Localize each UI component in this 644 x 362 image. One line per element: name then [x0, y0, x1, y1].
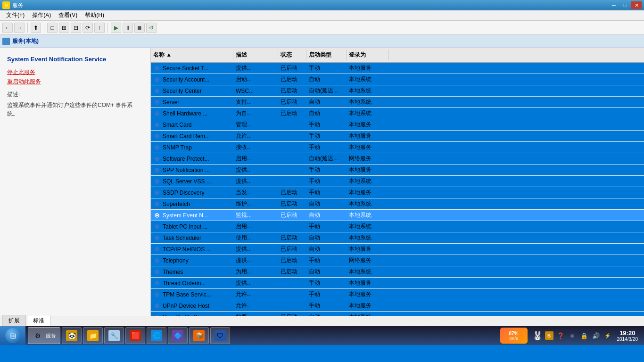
tray-icon-help[interactable]: ❓ — [556, 331, 565, 340]
minimize-button[interactable]: ─ — [609, 1, 619, 9]
table-row[interactable]: Security Account...启动...已启动自动本地系统 — [151, 74, 644, 85]
table-row[interactable]: SQL Server VSS ...提供...手动本地系统 — [151, 176, 644, 187]
table-row[interactable]: Shell Hardware ...为自...已启动自动本地系统 — [151, 108, 644, 119]
toolbar-show-hide[interactable]: □ — [47, 23, 58, 33]
table-row[interactable]: Task Scheduler使用...已启动自动本地系统 — [151, 232, 644, 244]
tray-icon-menu[interactable]: ≡ — [568, 331, 577, 340]
toolbar-shrink[interactable]: ⊟ — [71, 23, 81, 33]
service-row-icon — [153, 189, 161, 197]
tray-network[interactable]: 🔒 — [579, 331, 589, 340]
service-startup: 自动 — [306, 74, 347, 84]
taskbar-services[interactable]: ⚙ 服务 — [28, 327, 60, 344]
toolbar-stop[interactable]: ⏹ — [134, 23, 145, 33]
table-row[interactable]: System Event N...监视...已启动自动本地系统 — [151, 210, 644, 221]
table-row[interactable]: SNMP Trap接收...手动本地服务 — [151, 142, 644, 153]
corner-widget[interactable]: 87% 0K/s — [500, 328, 528, 344]
header-startup[interactable]: 启动类型 — [306, 49, 347, 60]
menu-file[interactable]: 文件(F) — [2, 10, 28, 20]
table-row[interactable]: TCP/IP NetBIOS ...提供...已启动自动本地服务 — [151, 244, 644, 255]
taskbar-item-blue[interactable]: 🔷 — [168, 327, 188, 344]
header-desc[interactable]: 描述 — [233, 49, 278, 60]
taskbar-item-shield[interactable]: 🛡 — [210, 327, 230, 344]
tab-standard[interactable]: 标准 — [27, 315, 50, 326]
taskbar-item-tools[interactable]: 🔧 — [104, 327, 124, 344]
taskbar-item-panda[interactable]: 🐼 — [62, 327, 82, 344]
toolbar-up[interactable]: ⬆ — [31, 23, 41, 33]
service-startup: 手动 — [306, 289, 347, 299]
toolbar-pause[interactable]: ⏸ — [123, 23, 133, 33]
header-status[interactable]: 状态 — [278, 49, 306, 60]
tab-expand[interactable]: 扩展 — [2, 315, 26, 326]
restart-service-link[interactable]: 重启动此服务 — [7, 78, 143, 86]
taskbar-item-box[interactable]: 📦 — [189, 327, 209, 344]
taskbar-item-folder[interactable]: 📁 — [83, 327, 103, 344]
service-row-icon — [153, 257, 161, 264]
service-name-text: SPP Notification ... — [163, 167, 210, 173]
menu-action[interactable]: 操作(A) — [28, 10, 55, 20]
table-row[interactable]: Thread Orderin...提供...手动本地服务 — [151, 278, 644, 289]
table-row[interactable]: Themes为用...已启动自动本地系统 — [151, 266, 644, 278]
menu-help[interactable]: 帮助(H) — [81, 10, 108, 20]
table-header: 名称 ▲ 描述 状态 启动类型 登录为 — [151, 48, 644, 63]
nav-icon — [2, 38, 10, 45]
header-name[interactable]: 名称 ▲ — [151, 49, 233, 60]
taskbar-item-red[interactable]: 🟥 — [125, 327, 145, 344]
start-button[interactable]: ⊞ — [0, 326, 25, 345]
toolbar-sep-2 — [44, 23, 44, 33]
tray-battery[interactable]: ⚡ — [603, 331, 612, 340]
table-row[interactable]: Telephony提供...已启动手动网络服务 — [151, 255, 644, 266]
taskbar-item-ie[interactable]: 🌐 — [147, 327, 166, 344]
service-login: 本地服务 — [347, 188, 389, 197]
svg-point-41 — [156, 294, 158, 296]
service-table-container[interactable]: Secure Socket T...提供...已启动手动本地服务Security… — [151, 63, 644, 316]
service-status: 已启动 — [278, 233, 306, 243]
table-row[interactable]: Software Protect...启用...自动(延迟...网络服务 — [151, 153, 644, 165]
toolbar-forward[interactable]: → — [14, 23, 25, 33]
service-login: 本地服务 — [347, 131, 389, 141]
toolbar-refresh[interactable]: ⟳ — [83, 23, 93, 33]
service-status: 已启动 — [278, 188, 306, 197]
service-desc: 为用... — [233, 267, 278, 277]
tray-volume[interactable]: 🔊 — [591, 331, 601, 340]
table-row[interactable]: Server支持...已启动自动本地系统 — [151, 97, 644, 108]
service-name-text: User Profile Serv... — [163, 314, 210, 316]
tray-icon-s[interactable]: S — [545, 331, 553, 340]
table-row[interactable]: User Profile Serv...此服...已启动自动本地系统 — [151, 312, 644, 316]
net-speed: 0K/s — [509, 336, 518, 341]
table-row[interactable]: Secure Socket T...提供...已启动手动本地服务 — [151, 63, 644, 74]
rabbit-icon[interactable]: 🐰 — [532, 330, 543, 341]
table-row[interactable]: Superfetch维护...已启动自动本地系统 — [151, 198, 644, 210]
table-row[interactable]: SPP Notification ...提供...手动本地服务 — [151, 165, 644, 176]
toolbar-restart[interactable]: ↺ — [146, 23, 157, 33]
table-row[interactable]: Smart Card管理...手动本地服务 — [151, 119, 644, 131]
table-row[interactable]: Security CenterWSC...已启动自动(延迟...本地系统 — [151, 85, 644, 97]
toolbar-expand[interactable]: ⊞ — [59, 23, 69, 33]
table-row[interactable]: Tablet PC Input ...启用...手动本地系统 — [151, 221, 644, 232]
maximize-button[interactable]: □ — [620, 1, 630, 9]
toolbar-export[interactable]: ↑ — [94, 23, 105, 33]
service-startup: 手动 — [306, 176, 347, 186]
service-row-icon — [153, 291, 161, 298]
service-startup: 自动(延迟... — [306, 86, 347, 96]
clock[interactable]: 19:20 2014/3/20 — [615, 329, 641, 342]
service-name-text: Security Account... — [163, 76, 209, 83]
header-login[interactable]: 登录为 — [347, 49, 389, 60]
service-status: 已启动 — [278, 267, 306, 277]
table-row[interactable]: TPM Base Servic...允许...手动本地服务 — [151, 289, 644, 300]
service-row-icon — [153, 246, 161, 253]
service-status — [278, 294, 306, 296]
stop-service-link[interactable]: 停止此服务 — [7, 68, 143, 76]
service-row-icon — [153, 212, 161, 219]
table-row[interactable]: UPnP Device Host允许...手动本地服务 — [151, 300, 644, 312]
table-row[interactable]: Smart Card Rem...允许...手动本地服务 — [151, 131, 644, 142]
close-button[interactable]: ✕ — [631, 1, 642, 9]
menu-view[interactable]: 查看(V) — [55, 10, 81, 20]
service-row-icon — [153, 132, 161, 140]
service-login: 本地服务 — [347, 278, 389, 288]
service-login: 本地服务 — [347, 244, 389, 254]
table-row[interactable]: SSDP Discovery当发...已启动手动本地服务 — [151, 187, 644, 198]
toolbar-start[interactable]: ▶ — [111, 23, 121, 33]
nav-label: 服务(本地) — [12, 37, 39, 45]
toolbar-back[interactable]: ← — [2, 23, 13, 33]
service-startup: 自动 — [306, 199, 347, 209]
